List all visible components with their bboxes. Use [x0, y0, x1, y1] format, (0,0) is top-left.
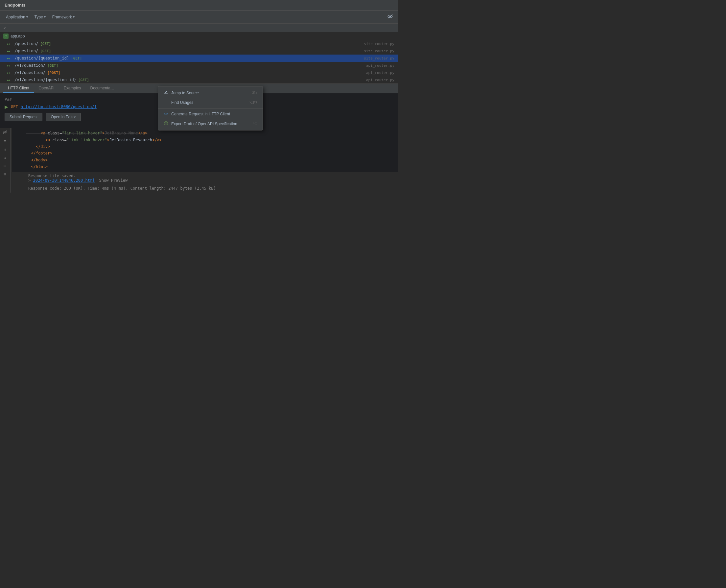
ctx-export-draft[interactable]: Export Draft of OpenAPI Specification ^O	[158, 119, 262, 129]
toolbar: Application Type Framework	[0, 10, 398, 24]
submit-request-button[interactable]: Submit Request	[5, 113, 42, 121]
method-label: GET	[11, 105, 18, 109]
app-icon: ⬡	[3, 34, 8, 39]
endpoint-list: ⬡ app.app ⟷ /question/ [GET] site_router…	[0, 32, 398, 84]
show-preview-button[interactable]: Show Preview	[99, 178, 128, 183]
gutter-remove-icon[interactable]: ⊠	[3, 171, 7, 177]
response-html-output: <a class="link link-hover">JetBrains Non…	[12, 128, 398, 172]
gutter-sort-up-icon[interactable]: ⇑	[3, 146, 7, 152]
response-line: </footer>	[17, 150, 393, 156]
app-name: app.app	[10, 34, 25, 39]
ctx-generate-request[interactable]: API Generate Request in HTTP Client	[158, 109, 262, 119]
page-title: Endpoints	[5, 3, 26, 7]
table-row[interactable]: ⟷ /v1/question/{question_id} [GET] api_r…	[0, 76, 398, 83]
route-icon: ⟷	[7, 77, 13, 83]
response-line: </div>	[17, 143, 393, 150]
table-row[interactable]: ⟷ /v1/question/ [GET] api_router.py	[0, 62, 398, 69]
svg-point-6	[164, 122, 168, 125]
tab-http-client[interactable]: HTTP Client	[3, 84, 34, 93]
context-menu: Jump to Source ⌘↓ Find Usages ⌥F7 API Ge…	[158, 86, 263, 130]
response-file-link[interactable]: 2024-09-30T144846.200.html	[33, 178, 95, 183]
export-draft-icon	[163, 121, 169, 127]
run-button[interactable]: ▶	[5, 104, 8, 109]
gutter-sort-icon[interactable]: ≡	[3, 138, 7, 144]
table-row[interactable]: ⟷ /question/ [GET] site_router.py	[0, 47, 398, 55]
search-bar: ⌕	[0, 24, 398, 32]
route-icon: ⟷	[7, 56, 13, 61]
tab-openapi[interactable]: OpenAPI	[34, 84, 59, 93]
search-input[interactable]	[8, 26, 394, 30]
gutter: ≡ ⇑ ⇓ ⊞ ⊠	[0, 128, 10, 192]
app-item: ⬡ app.app	[0, 32, 398, 40]
request-url[interactable]: http://localhost:8080/question/1	[21, 105, 97, 109]
response-area: ≡ ⇑ ⇓ ⊞ ⊠ <a class="link link-hover">Jet…	[0, 128, 398, 192]
response-line: <a class="link link-hover">JetBrains Res…	[17, 137, 393, 143]
jump-to-source-icon	[163, 90, 169, 96]
framework-dropdown[interactable]: Framework	[50, 14, 77, 20]
eye-icon	[387, 14, 393, 19]
visibility-toggle-button[interactable]	[386, 12, 394, 22]
response-line: </body>	[17, 157, 393, 163]
context-menu-divider	[158, 108, 262, 108]
response-content: <a class="link link-hover">JetBrains Non…	[12, 128, 398, 192]
tab-examples[interactable]: Examples	[59, 84, 86, 93]
tab-documentation[interactable]: Documenta…	[86, 84, 119, 93]
route-icon: ⟷	[7, 70, 13, 75]
ctx-find-usages[interactable]: Find Usages ⌥F7	[158, 98, 262, 107]
response-code-line: Response code: 200 (OK); Time: 4ms (4 ms…	[12, 184, 398, 193]
route-icon: ⟷	[7, 63, 13, 68]
response-saved-label: Response file saved. > 2024-09-30T144846…	[12, 172, 398, 184]
table-row[interactable]: ⟷ /question/ [GET] site_router.py	[0, 40, 398, 47]
route-icon: ⟷	[7, 48, 13, 54]
ctx-jump-to-source[interactable]: Jump to Source ⌘↓	[158, 88, 262, 98]
route-icon: ⟷	[7, 41, 13, 46]
search-icon: ⌕	[3, 25, 6, 30]
gutter-eye-icon[interactable]	[2, 129, 8, 136]
gutter-copy-icon[interactable]: ⊞	[3, 163, 7, 169]
generate-request-icon: API	[163, 112, 169, 116]
header: Endpoints	[0, 0, 398, 10]
open-in-editor-button[interactable]: Open in Editor	[46, 113, 81, 121]
table-row[interactable]: ⟷ /v1/question/ [POST] api_router.py	[0, 69, 398, 76]
gutter-sort-down-icon[interactable]: ⇓	[3, 154, 7, 161]
application-dropdown[interactable]: Application	[3, 14, 30, 20]
response-line: </html>	[17, 163, 393, 170]
response-line: <a class="link link-hover">JetBrains Non…	[17, 130, 393, 136]
type-dropdown[interactable]: Type	[32, 14, 48, 20]
table-row[interactable]: ⟷ /question/{question_id} [GET] site_rou…	[0, 55, 398, 62]
